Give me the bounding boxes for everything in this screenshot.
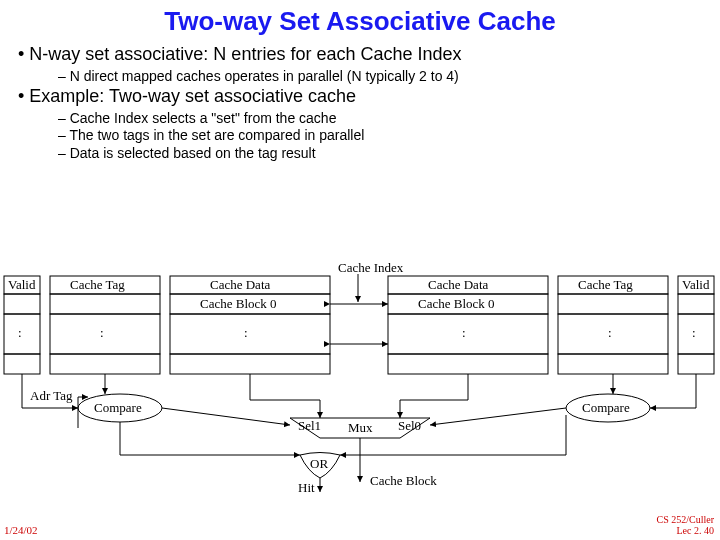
label-cache-data-right: Cache Data (428, 277, 489, 292)
svg-line-44 (162, 408, 290, 425)
svg-rect-17 (388, 314, 548, 354)
label-hit: Hit (298, 480, 315, 495)
dots-valid-right: : (692, 325, 696, 340)
svg-rect-1 (4, 294, 40, 314)
bullet-2: Example: Two-way set associative cache (18, 85, 720, 108)
svg-rect-21 (558, 314, 668, 354)
svg-rect-10 (170, 314, 330, 354)
footer-date: 1/24/02 (4, 524, 38, 536)
dots-valid-left: : (18, 325, 22, 340)
bullet-list: N-way set associative: N entries for eac… (18, 43, 720, 162)
label-sel0: Sel0 (398, 418, 421, 433)
svg-rect-6 (50, 314, 160, 354)
svg-rect-3 (4, 354, 40, 374)
svg-rect-20 (558, 294, 668, 314)
svg-rect-18 (388, 354, 548, 374)
bullet-2-sub-3: Data is selected based on the tag result (58, 145, 720, 163)
svg-rect-22 (558, 354, 668, 374)
svg-rect-7 (50, 354, 160, 374)
cache-diagram: Valid : Cache Tag : Cache Data Cache Blo… (0, 260, 720, 520)
label-cache-data-left: Cache Data (210, 277, 271, 292)
label-valid-left: Valid (8, 277, 36, 292)
label-valid-right: Valid (682, 277, 710, 292)
label-cache-block: Cache Block (370, 473, 437, 488)
label-cache-tag-right: Cache Tag (578, 277, 633, 292)
svg-rect-24 (678, 294, 714, 314)
svg-rect-5 (50, 294, 160, 314)
svg-rect-25 (678, 314, 714, 354)
label-sel1: Sel1 (298, 418, 321, 433)
label-mux: Mux (348, 420, 373, 435)
dots-tag-right: : (608, 325, 612, 340)
label-cache-index: Cache Index (338, 260, 404, 275)
bullet-1: N-way set associative: N entries for eac… (18, 43, 720, 66)
label-compare-left: Compare (94, 400, 142, 415)
svg-rect-26 (678, 354, 714, 374)
footer-course-1: CS 252/Culler (656, 514, 714, 525)
label-or: OR (310, 456, 328, 471)
bullet-1-sub-1: N direct mapped caches operates in paral… (58, 68, 720, 86)
svg-line-45 (430, 408, 566, 425)
label-cache-block-right: Cache Block 0 (418, 296, 495, 311)
page-title: Two-way Set Associative Cache (0, 0, 720, 37)
label-cache-block-left: Cache Block 0 (200, 296, 277, 311)
bullet-2-sub-2: The two tags in the set are compared in … (58, 127, 720, 145)
label-adr-tag: Adr Tag (30, 388, 73, 403)
footer-course: CS 252/Culler Lec 2. 40 (656, 514, 714, 536)
label-cache-tag-left: Cache Tag (70, 277, 125, 292)
dots-tag-left: : (100, 325, 104, 340)
dots-data-right: : (462, 325, 466, 340)
svg-rect-11 (170, 354, 330, 374)
dots-data-left: : (244, 325, 248, 340)
label-compare-right: Compare (582, 400, 630, 415)
footer-course-2: Lec 2. 40 (677, 525, 715, 536)
svg-rect-2 (4, 314, 40, 354)
bullet-2-sub-1: Cache Index selects a "set" from the cac… (58, 110, 720, 128)
